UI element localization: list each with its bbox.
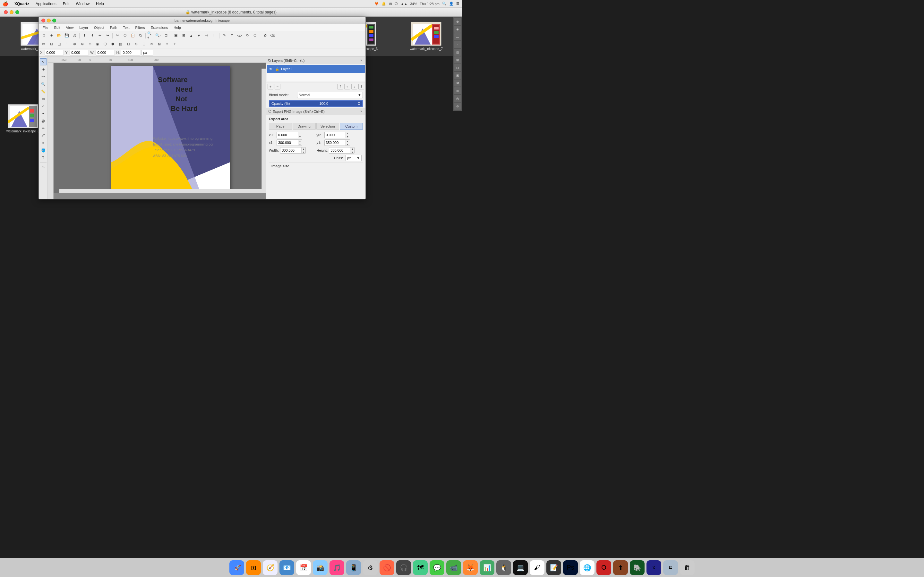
snap-tool-4[interactable]: ⋮ [63, 41, 70, 48]
thumbnail-8[interactable]: watermark_inkscape_8 [6, 104, 39, 133]
x1-input[interactable] [277, 139, 298, 146]
close-button[interactable] [4, 10, 8, 14]
snap-tool-14[interactable]: ⊞ [140, 41, 147, 48]
snap-tool-8[interactable]: ◉ [94, 41, 101, 48]
inkscape-close[interactable] [41, 19, 45, 23]
strip-btn-10[interactable]: ⊕ [454, 87, 461, 94]
height-spinner[interactable]: ▲ ▼ [350, 147, 354, 153]
width-input-wrap[interactable]: ▲ ▼ [280, 147, 306, 153]
minimize-button[interactable] [10, 10, 13, 14]
inkscape-maximize[interactable] [52, 19, 56, 23]
h-input[interactable]: 0.000 [121, 50, 140, 55]
y1-input-wrap[interactable]: ▲ ▼ [325, 139, 350, 146]
y1-input[interactable] [325, 139, 346, 146]
snap-tool-16[interactable]: ⊠ [156, 41, 163, 48]
measure-tool[interactable]: 📏 [40, 88, 47, 95]
text-tool[interactable]: T [40, 154, 47, 161]
x0-input[interactable] [277, 132, 298, 138]
maximize-button[interactable] [15, 10, 19, 14]
width-up[interactable]: ▲ [302, 147, 305, 150]
apple-menu[interactable]: 🍎 [3, 1, 8, 6]
y1-spinner[interactable]: ▲ ▼ [346, 139, 350, 146]
layer-visibility-icon[interactable]: 👁 [268, 66, 273, 71]
export-tab-custom[interactable]: Custom [340, 123, 363, 130]
menu-file[interactable]: File [40, 25, 51, 30]
units-select[interactable]: px ▼ [346, 155, 362, 161]
layers-minimize-btn[interactable]: _ [353, 58, 358, 63]
canvas-content[interactable]: Software Need Not Be Hard Website: https… [53, 63, 266, 193]
menu-text[interactable]: Text [120, 25, 132, 30]
group-btn[interactable]: ▣ [172, 32, 179, 39]
strip-btn-5[interactable]: ⊡ [454, 49, 461, 56]
menu-object[interactable]: Object [91, 25, 107, 30]
export-tab-selection[interactable]: Selection [317, 123, 339, 130]
y0-spinner[interactable]: ▲ ▼ [346, 132, 350, 138]
menu-extensions[interactable]: Extensions [148, 25, 170, 30]
raise-btn[interactable]: ▲ [188, 32, 195, 39]
star-tool[interactable]: ✦ [40, 110, 47, 117]
scrollbar-vertical[interactable] [262, 69, 266, 189]
zoom-in-btn[interactable]: 🔍+ [147, 32, 154, 39]
x1-up[interactable]: ▲ [298, 139, 302, 143]
copy-btn[interactable]: ⬡ [121, 32, 129, 39]
paste-in-place-btn[interactable]: ⧉ [137, 32, 144, 39]
paint-tool[interactable]: 🪣 [40, 147, 47, 154]
align-btn[interactable]: ⊣ [203, 32, 210, 39]
menu-layer[interactable]: Layer [77, 25, 91, 30]
menu-help[interactable]: Help [171, 25, 184, 30]
x-input[interactable]: 0.000 [45, 50, 64, 55]
distrib-btn[interactable]: ⊢ [211, 32, 218, 39]
text-editor-btn[interactable]: T [228, 32, 236, 39]
open-btn[interactable]: 📂 [55, 32, 63, 39]
thumbnail-7[interactable]: watermark_inkscape_7 [397, 22, 456, 51]
node-tool[interactable]: ◈ [40, 66, 47, 73]
strip-btn-3[interactable]: — [454, 33, 461, 40]
snap-tool-9[interactable]: ⬡ [102, 41, 109, 48]
import-btn[interactable]: ⬆ [81, 32, 88, 39]
strip-btn-9[interactable]: ⧉ [454, 79, 461, 87]
xml-editor-btn[interactable]: </> [236, 32, 243, 39]
width-down[interactable]: ▼ [302, 150, 305, 153]
circle-tool[interactable]: ○ [40, 103, 47, 110]
add-layer-btn[interactable]: + [268, 84, 273, 89]
export-tab-drawing[interactable]: Drawing [292, 123, 316, 130]
calligraphy-tool[interactable]: ✒ [40, 139, 47, 147]
zoom-fit-btn[interactable]: ⊡ [162, 32, 170, 39]
remove-layer-btn[interactable]: − [275, 84, 280, 89]
layer-to-bottom-btn[interactable]: ⤓ [359, 84, 364, 89]
save-btn[interactable]: 💾 [63, 32, 70, 39]
undo-btn[interactable]: ↩ [96, 32, 103, 39]
x1-input-wrap[interactable]: ▲ ▼ [276, 139, 302, 146]
x0-spinner[interactable]: ▲ ▼ [298, 132, 302, 138]
height-up[interactable]: ▲ [351, 147, 354, 150]
search-icon[interactable]: 🔍 [442, 2, 447, 6]
menu-filters[interactable]: Filters [133, 25, 148, 30]
scrollbar-horizontal[interactable] [59, 189, 266, 193]
width-input[interactable] [280, 147, 301, 153]
spiral-tool[interactable]: @ [40, 117, 47, 124]
ungroup-btn[interactable]: ⊞ [180, 32, 187, 39]
snap-tool-11[interactable]: ▤ [117, 41, 124, 48]
print-btn[interactable]: 🖨 [71, 32, 78, 39]
menubar-edit[interactable]: Edit [60, 2, 72, 6]
x0-up[interactable]: ▲ [298, 132, 302, 135]
eraser-btn[interactable]: ⌫ [269, 32, 276, 39]
y0-input[interactable] [325, 132, 346, 138]
height-down[interactable]: ▼ [351, 150, 354, 153]
menu-icon[interactable]: ☰ [456, 2, 459, 6]
layer-up-btn[interactable]: ↑ [344, 84, 350, 89]
layer-to-top-btn[interactable]: ⤒ [337, 84, 343, 89]
export-tab-page[interactable]: Page [269, 123, 292, 130]
inkscape-minimize[interactable] [47, 19, 51, 23]
pen-tool[interactable]: 🖊 [40, 132, 47, 139]
strip-btn-2[interactable]: ⊗ [454, 26, 461, 33]
layer-lock-icon[interactable]: 🔒 [275, 66, 280, 71]
redo-btn[interactable]: ↪ [104, 32, 111, 39]
export-close-btn[interactable]: × [359, 109, 363, 114]
x0-input-wrap[interactable]: ▲ ▼ [276, 132, 302, 138]
menu-edit[interactable]: Edit [52, 25, 63, 30]
menu-path[interactable]: Path [107, 25, 120, 30]
transform-btn[interactable]: ⟳ [244, 32, 251, 39]
menubar-window[interactable]: Window [73, 2, 92, 6]
strip-btn-12[interactable]: ⊙ [454, 103, 461, 110]
